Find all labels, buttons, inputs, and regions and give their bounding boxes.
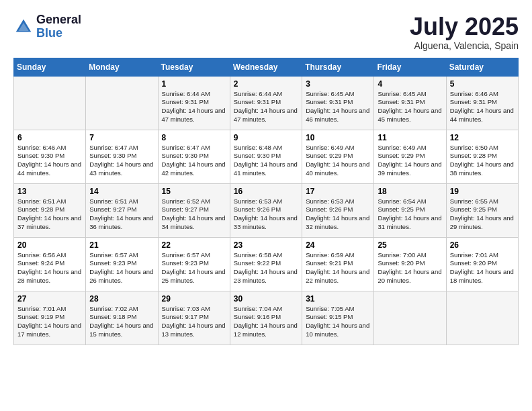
calendar-cell: 17Sunrise: 6:53 AM Sunset: 9:26 PM Dayli… (302, 183, 374, 237)
day-number: 3 (306, 79, 370, 89)
cell-info: Sunrise: 6:49 AM Sunset: 9:29 PM Dayligh… (378, 144, 442, 178)
calendar-cell (374, 291, 446, 345)
logo-icon (13, 17, 34, 37)
cell-info: Sunrise: 6:56 AM Sunset: 9:24 PM Dayligh… (17, 251, 82, 285)
cell-info: Sunrise: 6:48 AM Sunset: 9:30 PM Dayligh… (234, 144, 298, 178)
calendar-cell: 5Sunrise: 6:46 AM Sunset: 9:31 PM Daylig… (446, 76, 518, 130)
cell-info: Sunrise: 6:51 AM Sunset: 9:28 PM Dayligh… (17, 197, 82, 232)
calendar-cell: 28Sunrise: 7:02 AM Sunset: 9:18 PM Dayli… (86, 291, 158, 345)
week-row-2: 6Sunrise: 6:46 AM Sunset: 9:30 PM Daylig… (14, 130, 519, 183)
calendar-cell (14, 76, 86, 130)
calendar-cell: 7Sunrise: 6:47 AM Sunset: 9:30 PM Daylig… (86, 130, 158, 183)
calendar-cell: 23Sunrise: 6:58 AM Sunset: 9:22 PM Dayli… (230, 237, 302, 291)
cell-info: Sunrise: 6:54 AM Sunset: 9:25 PM Dayligh… (378, 197, 442, 232)
cell-info: Sunrise: 7:00 AM Sunset: 9:20 PM Dayligh… (378, 251, 442, 285)
calendar-cell: 30Sunrise: 7:04 AM Sunset: 9:16 PM Dayli… (230, 291, 302, 345)
day-number: 9 (234, 133, 298, 142)
day-number: 28 (89, 294, 154, 304)
day-number: 18 (378, 187, 442, 196)
calendar-cell: 26Sunrise: 7:01 AM Sunset: 9:20 PM Dayli… (446, 237, 518, 291)
day-number: 8 (162, 133, 226, 142)
calendar-cell: 16Sunrise: 6:53 AM Sunset: 9:26 PM Dayli… (230, 183, 302, 237)
cell-info: Sunrise: 6:45 AM Sunset: 9:31 PM Dayligh… (378, 90, 442, 124)
cell-info: Sunrise: 6:45 AM Sunset: 9:31 PM Dayligh… (306, 90, 370, 124)
calendar-cell: 31Sunrise: 7:05 AM Sunset: 9:15 PM Dayli… (302, 291, 374, 345)
calendar-cell (446, 291, 518, 345)
cell-info: Sunrise: 7:04 AM Sunset: 9:16 PM Dayligh… (234, 305, 298, 339)
day-number: 21 (89, 240, 154, 250)
weekday-header-wednesday: Wednesday (230, 58, 302, 76)
logo: General Blue (13, 13, 81, 40)
day-number: 24 (306, 240, 370, 250)
day-number: 12 (450, 133, 515, 142)
weekday-header-row: SundayMondayTuesdayWednesdayThursdayFrid… (14, 58, 519, 76)
logo-blue: Blue (36, 27, 81, 40)
day-number: 17 (306, 187, 370, 196)
cell-info: Sunrise: 6:44 AM Sunset: 9:31 PM Dayligh… (162, 90, 226, 124)
calendar-cell: 13Sunrise: 6:51 AM Sunset: 9:28 PM Dayli… (14, 183, 86, 237)
day-number: 5 (450, 79, 515, 89)
day-number: 6 (17, 133, 82, 142)
page-header: General Blue July 2025 Alguena, Valencia… (13, 13, 519, 51)
logo-text: General Blue (36, 13, 81, 40)
cell-info: Sunrise: 7:01 AM Sunset: 9:19 PM Dayligh… (17, 305, 82, 339)
day-number: 25 (378, 240, 442, 250)
cell-info: Sunrise: 6:46 AM Sunset: 9:30 PM Dayligh… (17, 144, 82, 178)
calendar-cell: 2Sunrise: 6:44 AM Sunset: 9:31 PM Daylig… (230, 76, 302, 130)
title-block: July 2025 Alguena, Valencia, Spain (410, 13, 519, 51)
cell-info: Sunrise: 7:03 AM Sunset: 9:17 PM Dayligh… (162, 305, 226, 339)
cell-info: Sunrise: 7:01 AM Sunset: 9:20 PM Dayligh… (450, 251, 515, 285)
day-number: 1 (162, 79, 226, 89)
logo-general: General (36, 13, 81, 27)
cell-info: Sunrise: 6:47 AM Sunset: 9:30 PM Dayligh… (162, 144, 226, 178)
week-row-3: 13Sunrise: 6:51 AM Sunset: 9:28 PM Dayli… (14, 183, 519, 237)
day-number: 2 (234, 79, 298, 89)
calendar-cell: 4Sunrise: 6:45 AM Sunset: 9:31 PM Daylig… (374, 76, 446, 130)
calendar-cell: 19Sunrise: 6:55 AM Sunset: 9:25 PM Dayli… (446, 183, 518, 237)
weekday-header-saturday: Saturday (446, 58, 518, 76)
calendar-cell: 22Sunrise: 6:57 AM Sunset: 9:23 PM Dayli… (158, 237, 230, 291)
calendar-cell: 6Sunrise: 6:46 AM Sunset: 9:30 PM Daylig… (14, 130, 86, 183)
cell-info: Sunrise: 7:02 AM Sunset: 9:18 PM Dayligh… (89, 305, 154, 339)
day-number: 11 (378, 133, 442, 142)
calendar-cell: 25Sunrise: 7:00 AM Sunset: 9:20 PM Dayli… (374, 237, 446, 291)
cell-info: Sunrise: 6:57 AM Sunset: 9:23 PM Dayligh… (89, 251, 154, 285)
cell-info: Sunrise: 6:50 AM Sunset: 9:28 PM Dayligh… (450, 144, 515, 178)
calendar-cell: 12Sunrise: 6:50 AM Sunset: 9:28 PM Dayli… (446, 130, 518, 183)
day-number: 14 (89, 187, 154, 196)
weekday-header-monday: Monday (86, 58, 158, 76)
weekday-header-tuesday: Tuesday (158, 58, 230, 76)
cell-info: Sunrise: 7:05 AM Sunset: 9:15 PM Dayligh… (306, 305, 370, 339)
calendar-cell: 15Sunrise: 6:52 AM Sunset: 9:27 PM Dayli… (158, 183, 230, 237)
day-number: 4 (378, 79, 442, 89)
month-title: July 2025 (410, 13, 519, 40)
day-number: 7 (89, 133, 154, 142)
cell-info: Sunrise: 6:59 AM Sunset: 9:21 PM Dayligh… (306, 251, 370, 285)
cell-info: Sunrise: 6:58 AM Sunset: 9:22 PM Dayligh… (234, 251, 298, 285)
cell-info: Sunrise: 6:49 AM Sunset: 9:29 PM Dayligh… (306, 144, 370, 178)
week-row-4: 20Sunrise: 6:56 AM Sunset: 9:24 PM Dayli… (14, 237, 519, 291)
day-number: 19 (450, 187, 515, 196)
calendar-cell: 27Sunrise: 7:01 AM Sunset: 9:19 PM Dayli… (14, 291, 86, 345)
cell-info: Sunrise: 6:47 AM Sunset: 9:30 PM Dayligh… (89, 144, 154, 178)
calendar-cell: 14Sunrise: 6:51 AM Sunset: 9:27 PM Dayli… (86, 183, 158, 237)
calendar-cell: 21Sunrise: 6:57 AM Sunset: 9:23 PM Dayli… (86, 237, 158, 291)
day-number: 20 (17, 240, 82, 250)
cell-info: Sunrise: 6:57 AM Sunset: 9:23 PM Dayligh… (162, 251, 226, 285)
location: Alguena, Valencia, Spain (410, 40, 519, 51)
calendar-cell: 8Sunrise: 6:47 AM Sunset: 9:30 PM Daylig… (158, 130, 230, 183)
cell-info: Sunrise: 6:55 AM Sunset: 9:25 PM Dayligh… (450, 197, 515, 232)
cell-info: Sunrise: 6:44 AM Sunset: 9:31 PM Dayligh… (234, 90, 298, 124)
calendar-cell: 1Sunrise: 6:44 AM Sunset: 9:31 PM Daylig… (158, 76, 230, 130)
calendar-cell: 29Sunrise: 7:03 AM Sunset: 9:17 PM Dayli… (158, 291, 230, 345)
day-number: 13 (17, 187, 82, 196)
day-number: 10 (306, 133, 370, 142)
calendar-table: SundayMondayTuesdayWednesdayThursdayFrid… (13, 58, 519, 345)
day-number: 16 (234, 187, 298, 196)
week-row-5: 27Sunrise: 7:01 AM Sunset: 9:19 PM Dayli… (14, 291, 519, 345)
weekday-header-sunday: Sunday (14, 58, 86, 76)
day-number: 30 (234, 294, 298, 304)
day-number: 15 (162, 187, 226, 196)
cell-info: Sunrise: 6:51 AM Sunset: 9:27 PM Dayligh… (89, 197, 154, 232)
calendar-cell: 10Sunrise: 6:49 AM Sunset: 9:29 PM Dayli… (302, 130, 374, 183)
